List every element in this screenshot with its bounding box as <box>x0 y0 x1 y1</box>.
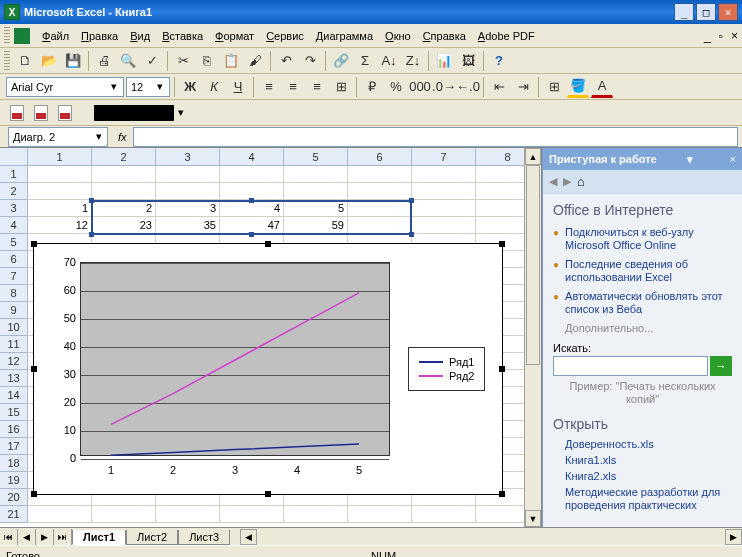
menu-окно[interactable]: Окно <box>379 28 417 44</box>
name-box[interactable]: Диагр. 2▾ <box>8 127 108 147</box>
cell[interactable] <box>348 506 412 523</box>
scroll-right-icon[interactable]: ▶ <box>725 529 742 545</box>
cell[interactable]: 3 <box>156 200 220 217</box>
legend-item[interactable]: Ряд1 <box>419 356 474 368</box>
cell[interactable] <box>28 166 92 183</box>
percent-icon[interactable]: % <box>385 76 407 98</box>
cell[interactable] <box>284 183 348 200</box>
column-header[interactable]: 2 <box>92 148 156 166</box>
column-header[interactable]: 1 <box>28 148 92 166</box>
doc-restore-button[interactable]: ▫ <box>719 29 723 43</box>
recent-file-link[interactable]: Книга2.xls <box>565 470 732 483</box>
row-header[interactable]: 10 <box>0 319 28 336</box>
cell[interactable] <box>156 183 220 200</box>
scroll-left-icon[interactable]: ◀ <box>240 529 257 545</box>
row-header[interactable]: 18 <box>0 455 28 472</box>
borders-icon[interactable]: ⊞ <box>543 76 565 98</box>
row-header[interactable]: 17 <box>0 438 28 455</box>
row-header[interactable]: 21 <box>0 506 28 523</box>
row-header[interactable]: 11 <box>0 336 28 353</box>
print-icon[interactable]: 🖨 <box>93 50 115 72</box>
increase-decimal-icon[interactable]: .0→ <box>433 76 455 98</box>
cell[interactable] <box>156 166 220 183</box>
drawing-icon[interactable]: 🖼 <box>457 50 479 72</box>
taskpane-link[interactable]: ●Автоматически обновлять этот список из … <box>553 290 732 316</box>
spellcheck-icon[interactable]: ✓ <box>141 50 163 72</box>
undo-icon[interactable]: ↶ <box>275 50 297 72</box>
worksheet[interactable]: 12345678 1234567891011121314151617181920… <box>0 148 542 527</box>
recent-file-link[interactable]: Методические разработки для проведения п… <box>565 486 732 512</box>
selection-handle[interactable] <box>89 198 94 203</box>
menu-вид[interactable]: Вид <box>124 28 156 44</box>
column-header[interactable]: 6 <box>348 148 412 166</box>
cell[interactable]: 2 <box>92 200 156 217</box>
chart-object[interactable]: 010203040506070 12345 Ряд1 Ряд2 <box>33 243 503 495</box>
doc-minimize-button[interactable]: _ <box>704 29 711 43</box>
menu-формат[interactable]: Формат <box>209 28 260 44</box>
tab-next-icon[interactable]: ▶ <box>36 529 54 545</box>
resize-handle[interactable] <box>31 366 37 372</box>
row-header[interactable]: 14 <box>0 387 28 404</box>
bold-button[interactable]: Ж <box>179 76 201 98</box>
menu-правка[interactable]: Правка <box>75 28 124 44</box>
resize-handle[interactable] <box>499 366 505 372</box>
row-header[interactable]: 7 <box>0 268 28 285</box>
cell[interactable] <box>92 166 156 183</box>
copy-icon[interactable]: ⎘ <box>196 50 218 72</box>
sort-asc-icon[interactable]: A↓ <box>378 50 400 72</box>
cell[interactable] <box>348 183 412 200</box>
taskpane-link[interactable]: ●Подключиться к веб-узлу Microsoft Offic… <box>553 226 732 252</box>
font-name-combo[interactable]: Arial Cyr▾ <box>6 77 124 97</box>
resize-handle[interactable] <box>499 241 505 247</box>
cut-icon[interactable]: ✂ <box>172 50 194 72</box>
save-icon[interactable]: 💾 <box>62 50 84 72</box>
restore-button[interactable]: □ <box>696 3 716 21</box>
row-header[interactable]: 1 <box>0 166 28 183</box>
cell[interactable] <box>156 506 220 523</box>
cell[interactable] <box>284 166 348 183</box>
row-header[interactable]: 16 <box>0 421 28 438</box>
minimize-button[interactable]: _ <box>674 3 694 21</box>
selection-handle[interactable] <box>409 232 414 237</box>
cell[interactable]: 5 <box>284 200 348 217</box>
search-go-button[interactable]: → <box>710 356 732 376</box>
preview-icon[interactable]: 🔍 <box>117 50 139 72</box>
home-icon[interactable]: ⌂ <box>577 174 585 189</box>
selection-handle[interactable] <box>249 232 254 237</box>
resize-handle[interactable] <box>499 491 505 497</box>
underline-button[interactable]: Ч <box>227 76 249 98</box>
pdf-review-icon[interactable] <box>54 102 76 124</box>
row-header[interactable]: 5 <box>0 234 28 251</box>
column-header[interactable]: 3 <box>156 148 220 166</box>
doc-close-button[interactable]: × <box>731 29 738 43</box>
chart-icon[interactable]: 📊 <box>433 50 455 72</box>
tab-first-icon[interactable]: ⏮ <box>0 529 18 545</box>
decrease-indent-icon[interactable]: ⇤ <box>488 76 510 98</box>
row-header[interactable]: 8 <box>0 285 28 302</box>
cell[interactable] <box>348 217 412 234</box>
currency-icon[interactable]: ₽ <box>361 76 383 98</box>
cell[interactable] <box>28 506 92 523</box>
align-center-icon[interactable]: ≡ <box>282 76 304 98</box>
sheet-tab[interactable]: Лист3 <box>178 530 230 545</box>
dropdown-icon[interactable]: ▾ <box>687 153 693 166</box>
cell[interactable]: 12 <box>28 217 92 234</box>
tab-prev-icon[interactable]: ◀ <box>18 529 36 545</box>
sort-desc-icon[interactable]: Z↓ <box>402 50 424 72</box>
cell[interactable] <box>412 183 476 200</box>
menu-файл[interactable]: Файл <box>36 28 75 44</box>
merge-icon[interactable]: ⊞ <box>330 76 352 98</box>
align-left-icon[interactable]: ≡ <box>258 76 280 98</box>
row-header[interactable]: 4 <box>0 217 28 234</box>
cell[interactable] <box>220 166 284 183</box>
cell[interactable] <box>412 200 476 217</box>
row-header[interactable]: 6 <box>0 251 28 268</box>
vertical-scrollbar[interactable]: ▲ ▼ <box>524 148 541 527</box>
autosum-icon[interactable]: Σ <box>354 50 376 72</box>
fill-color-icon[interactable]: 🪣 <box>567 76 589 98</box>
taskpane-link[interactable]: ●Последние сведения об использовании Exc… <box>553 258 732 284</box>
comma-icon[interactable]: 000 <box>409 76 431 98</box>
cell[interactable]: 59 <box>284 217 348 234</box>
dropdown-icon[interactable]: ▾ <box>178 106 184 119</box>
column-header[interactable]: 4 <box>220 148 284 166</box>
